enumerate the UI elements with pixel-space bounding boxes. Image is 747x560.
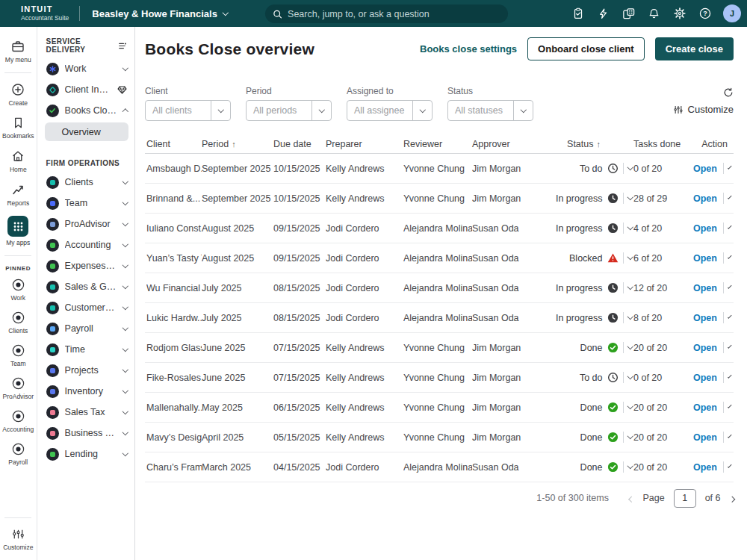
rail-item-my-apps[interactable]: My apps <box>0 211 37 251</box>
sidebar-item[interactable]: Projects <box>37 360 134 381</box>
rail-item-reports[interactable]: Reports <box>0 178 37 211</box>
filter-select[interactable]: All clients <box>145 100 231 121</box>
status-dropdown-chevron[interactable] <box>627 194 633 200</box>
open-link[interactable]: Open <box>693 373 717 383</box>
help-icon[interactable]: ? <box>698 7 712 21</box>
column-header[interactable]: Reviewer <box>403 134 472 153</box>
rail-item-customize[interactable]: Customize <box>0 523 37 560</box>
status-dropdown-chevron[interactable] <box>627 164 633 170</box>
status-dropdown-chevron[interactable] <box>627 343 633 349</box>
books-close-settings-link[interactable]: Books close settings <box>420 43 517 55</box>
column-header[interactable]: Preparer <box>326 134 403 153</box>
status-dropdown-chevron[interactable] <box>627 403 633 409</box>
sidebar-item[interactable]: Team <box>37 193 134 214</box>
open-link[interactable]: Open <box>693 343 717 353</box>
action-dropdown-chevron[interactable] <box>728 225 731 228</box>
sidebar-item[interactable]: Inventory <box>37 381 134 402</box>
rail-pinned-item[interactable]: Work <box>0 273 37 306</box>
quick-actions-lightning-icon[interactable] <box>596 7 610 21</box>
sidebar-item[interactable]: Lending <box>37 444 134 464</box>
status-dropdown-chevron[interactable] <box>627 463 633 469</box>
sidebar-item-work[interactable]: Work <box>37 58 134 79</box>
sidebar-item[interactable]: Payroll <box>37 318 134 339</box>
filter-select[interactable]: All periods <box>246 100 332 121</box>
search-input[interactable] <box>288 9 500 19</box>
page-number-input[interactable] <box>674 489 696 508</box>
action-dropdown-chevron[interactable] <box>728 314 731 318</box>
rail-item-home[interactable]: Home <box>0 144 37 178</box>
rail-pinned-item[interactable]: ProAdvisor <box>0 372 37 405</box>
open-link[interactable]: Open <box>693 432 717 443</box>
avatar[interactable]: J <box>723 4 741 22</box>
sidebar-item[interactable]: ProAdvisor <box>37 214 134 234</box>
customize-columns-button[interactable]: Customize <box>673 104 734 115</box>
sidebar-subitem-overview[interactable]: Overview <box>45 122 128 141</box>
action-dropdown-chevron[interactable] <box>728 404 731 408</box>
open-link[interactable]: Open <box>693 253 717 264</box>
tasks-clipboard-icon[interactable] <box>571 7 585 21</box>
sidebar-item[interactable]: Accounting <box>37 234 134 255</box>
open-link[interactable]: Open <box>693 402 717 413</box>
rail-pinned-item[interactable]: Payroll <box>0 438 37 470</box>
sidebar-item[interactable]: Sales Tax <box>37 402 134 423</box>
action-dropdown-chevron[interactable] <box>728 165 731 169</box>
column-header[interactable]: Status ↑ <box>538 134 633 153</box>
status-dropdown-chevron[interactable] <box>627 224 633 230</box>
sidebar-item[interactable]: Time <box>37 339 134 360</box>
previous-page-button[interactable] <box>630 493 634 503</box>
open-link[interactable]: Open <box>693 313 717 323</box>
sidebar-item-books-close[interactable]: Books Close <box>37 100 134 121</box>
action-dropdown-chevron[interactable] <box>728 434 731 438</box>
column-header[interactable]: Client <box>146 134 202 153</box>
filter-chevron-segment[interactable] <box>211 101 230 120</box>
column-header[interactable]: Due date <box>273 134 326 153</box>
open-link[interactable]: Open <box>693 223 717 234</box>
rail-pinned-item[interactable]: Clients <box>0 306 37 339</box>
status-dropdown-chevron[interactable] <box>627 254 633 260</box>
filter-chevron-segment[interactable] <box>513 101 533 120</box>
settings-gear-icon[interactable] <box>672 7 686 21</box>
column-header[interactable]: Tasks done <box>633 134 693 153</box>
action-dropdown-chevron[interactable] <box>728 255 731 258</box>
action-dropdown-chevron[interactable] <box>728 284 731 288</box>
open-link[interactable]: Open <box>693 283 717 293</box>
filter-select[interactable]: All statuses <box>447 100 533 121</box>
action-dropdown-chevron[interactable] <box>728 344 731 348</box>
onboard-close-client-button[interactable]: Onboard close client <box>527 37 645 60</box>
action-dropdown-chevron[interactable] <box>728 374 731 378</box>
status-dropdown-chevron[interactable] <box>627 433 633 439</box>
column-header[interactable]: Action <box>693 134 732 153</box>
column-header[interactable]: Approver <box>472 134 538 153</box>
global-search[interactable] <box>265 4 508 23</box>
rail-item-my-menu[interactable]: My menu <box>0 34 37 68</box>
create-close-button[interactable]: Create close <box>655 37 734 60</box>
sidebar-item[interactable]: Sales & Get Paid <box>37 276 134 297</box>
status-dropdown-chevron[interactable] <box>627 284 633 290</box>
rail-item-create[interactable]: Create <box>0 78 37 111</box>
status-dropdown-chevron[interactable] <box>627 314 633 320</box>
open-link[interactable]: Open <box>693 462 717 473</box>
action-dropdown-chevron[interactable] <box>728 464 731 467</box>
sidebar-item[interactable]: Customer Hub <box>37 297 134 318</box>
refresh-icon[interactable] <box>723 87 734 98</box>
open-link[interactable]: Open <box>693 193 717 204</box>
rail-item-bookmarks[interactable]: Bookmarks <box>0 111 37 144</box>
action-dropdown-chevron[interactable] <box>728 195 731 199</box>
sidebar-item-client-insights[interactable]: Client Insights <box>37 79 134 100</box>
sidebar-item[interactable]: Expenses & Bills <box>37 255 134 276</box>
next-page-button[interactable] <box>730 493 734 503</box>
rail-pinned-item[interactable]: Team <box>0 339 37 372</box>
filter-chevron-segment[interactable] <box>311 101 331 120</box>
app-switcher-icon[interactable] <box>622 7 636 21</box>
filter-chevron-segment[interactable] <box>412 101 432 120</box>
status-dropdown-chevron[interactable] <box>627 373 633 379</box>
filter-select[interactable]: All assignee <box>347 100 433 121</box>
sidebar-item[interactable]: Clients <box>37 172 134 193</box>
notifications-bell-icon[interactable] <box>647 7 661 21</box>
sidebar-item[interactable]: Business Tax <box>37 423 134 444</box>
client-switcher[interactable]: Beasley & Howe Financials <box>92 8 227 19</box>
collapse-menu-icon[interactable] <box>118 41 127 51</box>
rail-pinned-item[interactable]: Accounting <box>0 405 37 438</box>
column-header[interactable]: Period ↑ <box>202 134 273 153</box>
open-link[interactable]: Open <box>693 164 717 174</box>
